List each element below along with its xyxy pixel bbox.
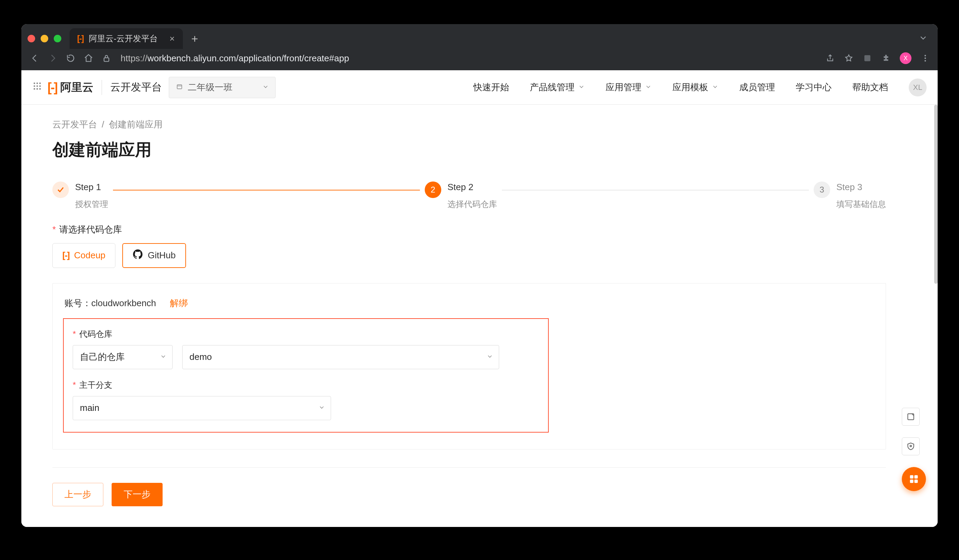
- step-desc: 填写基础信息: [836, 199, 886, 210]
- unbind-link[interactable]: 解绑: [170, 297, 188, 309]
- extensions-icon[interactable]: [881, 53, 891, 63]
- nav-label: 成员管理: [739, 81, 775, 93]
- github-icon: [132, 249, 143, 262]
- divider: [102, 80, 102, 95]
- aliyun-mark-icon: [-]: [48, 80, 57, 95]
- svg-rect-17: [910, 475, 914, 479]
- svg-point-10: [39, 86, 41, 87]
- scrollbar[interactable]: [934, 105, 938, 284]
- maximize-window-button[interactable]: [54, 35, 61, 42]
- field-repo: 代码仓库 自己的仓库 demo: [73, 329, 539, 369]
- svg-point-9: [37, 86, 38, 87]
- aliyun-logo[interactable]: [-] 阿里云: [48, 80, 93, 95]
- fab-support-icon[interactable]: [902, 467, 926, 491]
- class-value: 二年级一班: [188, 81, 233, 93]
- tab-bar: [-] 阿里云-云开发平台 × +: [21, 24, 938, 49]
- reading-list-icon[interactable]: [863, 53, 872, 63]
- tab-favicon-icon: [-]: [77, 34, 83, 43]
- tab-close-icon[interactable]: ×: [169, 33, 175, 44]
- tool-security-icon[interactable]: [902, 438, 920, 455]
- repo-name-select[interactable]: demo: [182, 345, 499, 369]
- nav-help[interactable]: 帮助文档: [852, 81, 888, 93]
- browser-window: [-] 阿里云-云开发平台 × + https://workbench.aliy…: [21, 24, 938, 527]
- chevron-down-icon: [486, 352, 493, 362]
- lock-icon: [100, 52, 112, 64]
- repo-label: GitHub: [148, 250, 176, 261]
- share-icon[interactable]: [825, 53, 835, 63]
- chevron-down-icon: [645, 82, 652, 93]
- step-current-ball: 2: [425, 181, 441, 198]
- repo-option-github[interactable]: GitHub: [122, 243, 186, 268]
- nav-app-mgmt[interactable]: 应用管理: [605, 81, 652, 93]
- svg-rect-14: [177, 85, 182, 89]
- class-select[interactable]: 二年级一班: [169, 77, 276, 98]
- step-title: Step 3: [836, 181, 886, 193]
- chevron-down-icon: [318, 402, 325, 413]
- crumb-root[interactable]: 云开发平台: [53, 119, 97, 129]
- floating-tools: [902, 408, 926, 491]
- chevron-down-icon: [262, 82, 269, 93]
- nav-product[interactable]: 产品线管理: [530, 81, 585, 93]
- bookmark-star-icon[interactable]: [844, 53, 854, 63]
- branch-select[interactable]: main: [73, 396, 331, 420]
- step-desc: 选择代码仓库: [448, 199, 497, 210]
- home-button[interactable]: [83, 52, 94, 64]
- address-bar: https://workbench.aliyun.com/application…: [21, 49, 938, 70]
- next-button[interactable]: 下一步: [112, 483, 162, 506]
- aliyun-brand-text: 阿里云: [60, 80, 93, 95]
- svg-point-8: [34, 86, 35, 87]
- breadcrumb: 云开发平台 / 创建前端应用: [53, 118, 886, 130]
- field-label: 代码仓库: [73, 329, 539, 340]
- field-branch: 主干分支 main: [73, 380, 539, 420]
- apps-grid-icon[interactable]: [32, 81, 42, 93]
- nav-learn[interactable]: 学习中心: [796, 81, 832, 93]
- repo-select-label: 请选择代码仓库: [53, 224, 886, 235]
- nav-quickstart[interactable]: 快速开始: [473, 81, 509, 93]
- svg-rect-20: [914, 479, 918, 483]
- prev-button[interactable]: 上一步: [53, 483, 104, 506]
- repo-label: Codeup: [74, 250, 105, 261]
- svg-rect-1: [864, 55, 870, 61]
- minimize-window-button[interactable]: [41, 35, 48, 42]
- svg-point-2: [924, 55, 926, 56]
- svg-point-5: [34, 83, 35, 84]
- back-button[interactable]: [29, 52, 41, 64]
- step-3: 3 Step 3 填写基础信息: [814, 181, 886, 210]
- nav-label: 应用管理: [605, 81, 641, 93]
- forward-button[interactable]: [47, 52, 59, 64]
- step-1: Step 1 授权管理: [53, 181, 108, 210]
- chevron-down-icon: [578, 82, 585, 93]
- kebab-menu-icon[interactable]: [921, 53, 930, 63]
- profile-avatar[interactable]: X: [900, 52, 911, 64]
- nav-app-tmpl[interactable]: 应用模板: [672, 81, 718, 93]
- repo-option-codeup[interactable]: [-] Codeup: [53, 243, 115, 268]
- step-wait-ball: 3: [814, 181, 830, 198]
- class-icon: [176, 82, 183, 93]
- repo-owner-select[interactable]: 自己的仓库: [73, 345, 172, 369]
- reload-button[interactable]: [65, 52, 76, 64]
- app-topbar: [-] 阿里云 云开发平台 二年级一班 快速开始 产品线管理 应用管理 应用模板…: [21, 70, 938, 105]
- account-text: 账号：cloudworkbench: [64, 297, 156, 309]
- user-avatar[interactable]: XL: [909, 78, 927, 96]
- page-title: 创建前端应用: [53, 139, 886, 161]
- tabs-overflow-icon[interactable]: [918, 33, 928, 44]
- tool-screenshot-icon[interactable]: [902, 408, 920, 426]
- top-nav: 快速开始 产品线管理 应用管理 应用模板 成员管理 学习中心 帮助文档 XL: [473, 78, 927, 96]
- wizard-actions: 上一步 下一步: [53, 483, 886, 506]
- svg-point-7: [39, 83, 41, 84]
- platform-title: 云开发平台: [110, 80, 162, 94]
- step-connector: [502, 190, 809, 191]
- browser-tab[interactable]: [-] 阿里云-云开发平台 ×: [70, 28, 183, 49]
- url-text[interactable]: https://workbench.aliyun.com/application…: [118, 53, 816, 64]
- nav-member[interactable]: 成员管理: [739, 81, 775, 93]
- svg-rect-19: [910, 479, 914, 483]
- repo-options: [-] Codeup GitHub: [53, 243, 886, 268]
- content: 云开发平台 / 创建前端应用 创建前端应用 Step 1 授权管理 2 S: [21, 105, 938, 527]
- select-value: demo: [190, 352, 212, 362]
- step-title: Step 2: [448, 181, 497, 193]
- close-window-button[interactable]: [27, 35, 35, 42]
- new-tab-button[interactable]: +: [188, 32, 202, 45]
- nav-label: 学习中心: [796, 81, 832, 93]
- section-divider: [53, 467, 886, 468]
- step-connector: [113, 190, 420, 191]
